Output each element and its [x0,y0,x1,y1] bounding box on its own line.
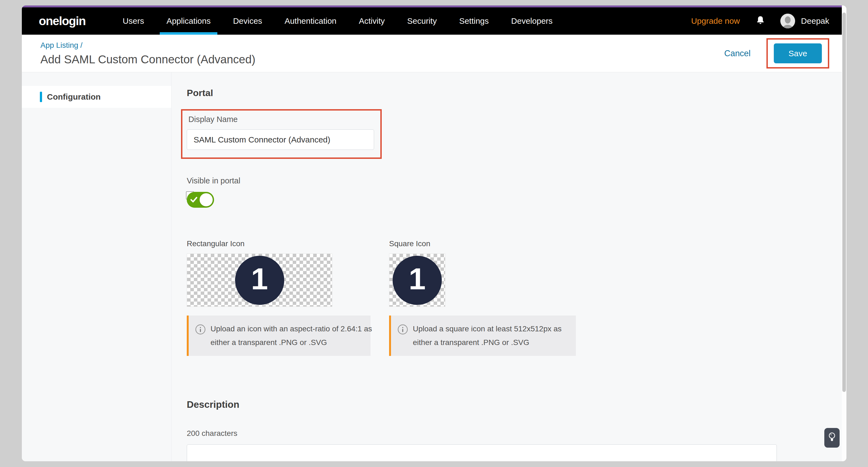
upload-notes-row: Upload an icon with an aspect-ratio of 2… [187,315,842,356]
onelogin-logo[interactable]: onelogin [39,14,86,28]
main-content: Portal Display Name Visible in portal [172,72,842,461]
save-annotation-box: Save [767,38,829,68]
nav-item-applications[interactable]: Applications [155,7,222,35]
visible-in-portal-toggle[interactable] [187,192,214,208]
nav-right-cluster: Upgrade now [691,14,829,28]
main-nav: Users Applications Devices Authenticatio… [112,7,564,35]
onelogin-mark-icon: 1 [235,256,284,305]
sidebar-item-configuration[interactable]: Configuration [22,86,171,108]
info-icon [398,324,408,335]
check-icon [190,197,197,203]
visible-in-portal-label: Visible in portal [187,176,842,185]
rectangular-icon-column: Rectangular Icon 1 [187,239,332,307]
character-count-label: 200 characters [187,429,842,438]
description-textarea[interactable] [187,444,777,461]
cancel-button[interactable]: Cancel [724,49,751,58]
help-lightbulb-button[interactable] [824,428,840,447]
note-text: Upload a square icon at least 512x512px … [413,322,562,349]
square-icon-column: Square Icon 1 [389,239,445,307]
lightbulb-icon [828,432,836,444]
note-text: Upload an icon with an aspect-ratio of 2… [211,322,372,349]
display-name-annotation-box: Display Name [181,109,382,159]
square-icon-upload[interactable]: 1 [389,254,445,307]
rectangular-icon-upload[interactable]: 1 [187,254,332,307]
icon-upload-row: Rectangular Icon 1 Square Icon 1 [187,239,842,307]
nav-item-developers[interactable]: Developers [500,7,564,35]
toggle-knob [199,193,213,206]
rectangular-icon-label: Rectangular Icon [187,239,332,248]
page-header: App Listing / Add SAML Custom Connector … [22,35,842,72]
user-avatar[interactable] [780,14,795,28]
top-navbar: onelogin Users Applications Devices Auth… [22,7,842,35]
onelogin-mark-icon: 1 [393,256,442,305]
user-name[interactable]: Deepak [801,17,829,26]
nav-item-activity[interactable]: Activity [348,7,396,35]
square-icon-label: Square Icon [389,239,445,248]
info-icon [195,324,206,335]
nav-item-security[interactable]: Security [396,7,448,35]
breadcrumb[interactable]: App Listing / [40,41,255,50]
scrollbar-track[interactable] [842,5,846,461]
nav-item-devices[interactable]: Devices [222,7,273,35]
description-section-heading: Description [187,399,842,410]
content-body: Configuration Portal Display Name Visibl… [22,72,842,461]
notifications-bell-icon[interactable] [755,15,766,27]
header-actions: Cancel Save [724,38,830,68]
header-title-block: App Listing / Add SAML Custom Connector … [40,41,255,66]
top-accent-bar [22,5,842,7]
page: onelogin Users Applications Devices Auth… [22,5,842,461]
portal-section-heading: Portal [187,88,842,98]
nav-item-users[interactable]: Users [112,7,155,35]
scrollbar-thumb[interactable] [842,12,846,392]
square-icon-note: Upload a square icon at least 512x512px … [389,315,576,356]
sidebar: Configuration [22,72,172,461]
page-title: Add SAML Custom Connector (Advanced) [40,53,255,66]
display-name-input[interactable] [187,129,374,150]
app-window: onelogin Users Applications Devices Auth… [22,5,846,461]
nav-item-settings[interactable]: Settings [448,7,500,35]
save-button[interactable]: Save [774,43,822,63]
rectangular-icon-note: Upload an icon with an aspect-ratio of 2… [187,315,371,356]
sidebar-item-label: Configuration [47,92,101,101]
upgrade-now-link[interactable]: Upgrade now [691,17,740,26]
nav-item-authentication[interactable]: Authentication [273,7,348,35]
display-name-label: Display Name [188,115,375,124]
